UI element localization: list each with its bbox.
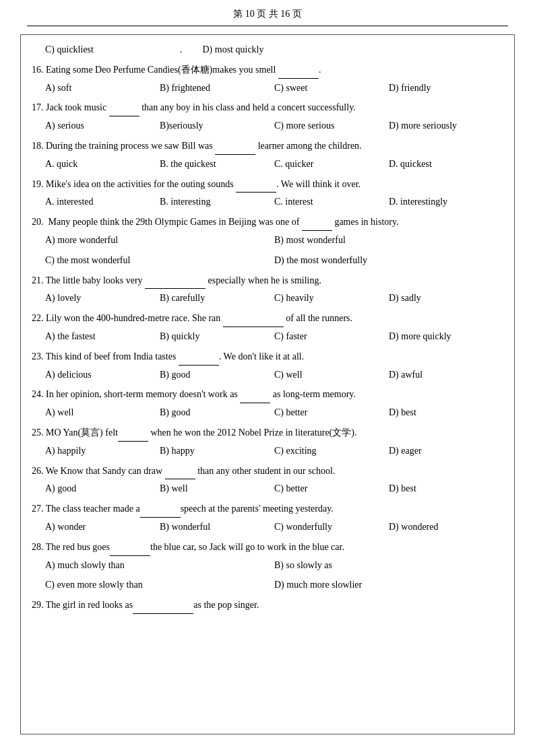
option-24-c: C) better [274, 405, 389, 421]
blank-24 [240, 386, 270, 403]
option-22-d: D) more quickly [389, 329, 503, 345]
options-17: A) serious B)seriously C) more serious D… [32, 118, 503, 134]
option-26-b: B) well [160, 481, 274, 497]
blank-29 [133, 597, 193, 614]
option-16-b: B) frightened [160, 80, 274, 96]
question-25: 25. MO Yan(莫言) felt when he won the 2012… [32, 425, 503, 459]
question-24-text: 24. In her opinion, short-term memory do… [32, 386, 503, 403]
options-18: A. quick B. the quickest C. quicker D. q… [32, 156, 503, 172]
option-28-c: C) even more slowly than [45, 577, 274, 593]
option-21-b: B) carefully [160, 290, 274, 306]
option-18-c: C. quicker [274, 156, 389, 172]
option-23-d: D) awful [389, 367, 503, 383]
question-23-text: 23. This kind of beef from India tastes … [32, 349, 503, 366]
option-25-d: D) eager [389, 443, 503, 459]
question-28-text: 28. The red bus goes the blue car, so Ja… [32, 539, 503, 556]
option-27-b: B) wonderful [160, 519, 274, 535]
blank-28 [110, 539, 150, 556]
option-20-a: A) more wonderful [45, 232, 274, 248]
option-27-a: A) wonder [45, 519, 160, 535]
option-23-b: B) good [160, 367, 274, 383]
page-number: 第 10 页 共 16 页 [233, 9, 302, 19]
option-25-a: A) happily [45, 443, 160, 459]
option-19-b: B. interesting [160, 194, 274, 210]
option-24-b: B) good [160, 405, 274, 421]
option-24-a: A) well [45, 405, 160, 421]
option-c-quickliest: C) quickliest [45, 42, 180, 58]
option-18-d: D. quickest [389, 156, 503, 172]
question-18-text: 18. During the training process we saw B… [32, 138, 503, 155]
option-16-c: C) sweet [274, 80, 389, 96]
option-17-c: C) more serious [274, 118, 389, 134]
question-22: 22. Lily won the 400-hundred-metre race.… [32, 310, 503, 345]
option-23-c: C) well [274, 367, 389, 383]
option-22-a: A) the fastest [45, 329, 160, 345]
option-25-c: C) exciting [274, 443, 389, 459]
options-19: A. interested B. interesting C. interest… [32, 194, 503, 210]
blank-19 [236, 176, 276, 193]
blank-27 [140, 501, 181, 518]
blank-20 [302, 214, 332, 231]
options-16: A) soft B) frightened C) sweet D) friend… [32, 80, 503, 96]
options-28-row1: A) much slowly than B) so slowly as [32, 557, 503, 574]
question-24: 24. In her opinion, short-term memory do… [32, 386, 503, 421]
question-22-text: 22. Lily won the 400-hundred-metre race.… [32, 310, 503, 327]
option-18-b: B. the quickest [160, 156, 274, 172]
blank-22 [223, 310, 284, 327]
option-26-c: C) better [274, 481, 389, 497]
top-options-row: C) quickliest . D) most quickly [32, 42, 503, 58]
option-21-d: D) sadly [389, 290, 503, 306]
option-28-b: B) so slowly as [274, 557, 503, 574]
question-20-text: 20. Many people think the 29th Olympic G… [32, 214, 503, 231]
question-21: 21. The little baby looks very especiall… [32, 273, 503, 307]
option-27-c: C) wonderfully [274, 519, 389, 535]
options-22: A) the fastest B) quickly C) faster D) m… [32, 329, 503, 345]
blank-26 [165, 463, 195, 480]
question-17-text: 17. Jack took music than any boy in his … [32, 100, 503, 116]
question-28: 28. The red bus goes the blue car, so Ja… [32, 539, 503, 593]
options-23: A) delicious B) good C) well D) awful [32, 367, 503, 383]
page-header: 第 10 页 共 16 页 [27, 0, 508, 26]
option-21-c: C) heavily [274, 290, 389, 306]
blank-23 [179, 349, 219, 366]
options-21: A) lovely B) carefully C) heavily D) sad… [32, 290, 503, 306]
option-26-d: D) best [389, 481, 503, 497]
question-19: 19. Mike's idea on the activities for th… [32, 176, 503, 211]
question-26-text: 26. We Know that Sandy can draw than any… [32, 463, 503, 480]
question-16-text: 16. Eating some Deo Perfume Candies(香体糖)… [32, 62, 503, 79]
option-20-d: D) the most wonderfully [274, 252, 503, 269]
options-26: A) good B) well C) better D) best [32, 481, 503, 497]
question-29: 29. The girl in red looks as as the pop … [32, 597, 503, 614]
question-27-text: 27. The class teacher made a speech at t… [32, 501, 503, 518]
question-21-text: 21. The little baby looks very especiall… [32, 273, 503, 289]
option-16-a: A) soft [45, 80, 160, 96]
option-26-a: A) good [45, 481, 160, 497]
option-27-d: D) wondered [389, 519, 503, 535]
dot-separator: . [180, 42, 183, 58]
options-27: A) wonder B) wonderful C) wonderfully D)… [32, 519, 503, 535]
option-24-d: D) best [389, 405, 503, 421]
options-28-row2: C) even more slowly than D) much more sl… [32, 577, 503, 593]
question-25-text: 25. MO Yan(莫言) felt when he won the 2012… [32, 425, 503, 442]
option-d-most-quickly: D) most quickly [203, 42, 338, 58]
options-25: A) happily B) happy C) exciting D) eager [32, 443, 503, 459]
blank-16 [278, 62, 319, 79]
option-21-a: A) lovely [45, 290, 160, 306]
option-17-d: D) more seriously [389, 118, 503, 134]
question-26: 26. We Know that Sandy can draw than any… [32, 463, 503, 497]
question-27: 27. The class teacher made a speech at t… [32, 501, 503, 535]
blank-17 [109, 100, 139, 116]
option-19-a: A. interested [45, 194, 160, 210]
options-24: A) well B) good C) better D) best [32, 405, 503, 421]
option-16-d: D) friendly [389, 80, 503, 96]
option-19-d: D. interestingly [389, 194, 503, 210]
option-18-a: A. quick [45, 156, 160, 172]
option-22-c: C) faster [274, 329, 389, 345]
content-box: C) quickliest . D) most quickly 16. Eati… [20, 34, 515, 734]
question-23: 23. This kind of beef from India tastes … [32, 349, 503, 383]
options-20: A) more wonderful B) most wonderful [32, 232, 503, 248]
question-20: 20. Many people think the 29th Olympic G… [32, 214, 503, 268]
option-23-a: A) delicious [45, 367, 160, 383]
option-22-b: B) quickly [160, 329, 274, 345]
question-29-text: 29. The girl in red looks as as the pop … [32, 597, 503, 614]
